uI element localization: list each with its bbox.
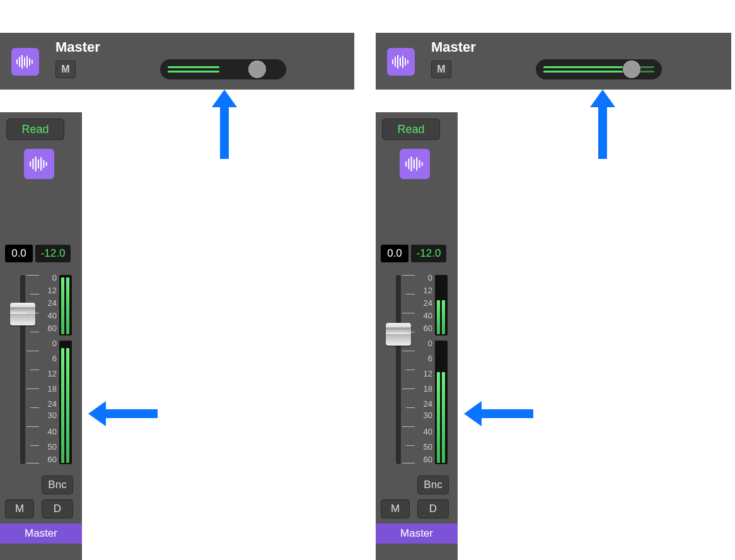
track-header-right: Master M bbox=[376, 33, 731, 90]
waveform-icon bbox=[24, 149, 54, 179]
volume-thumb[interactable] bbox=[623, 61, 640, 78]
volume-thumb[interactable] bbox=[248, 61, 266, 78]
gain-value[interactable]: 0.0 bbox=[5, 245, 33, 262]
annotation-arrow-left-right bbox=[464, 401, 533, 426]
peak-value[interactable]: -12.0 bbox=[411, 245, 446, 262]
bounce-button[interactable]: Bnc bbox=[42, 475, 73, 494]
level-meter-small: 0 12 24 40 60 bbox=[59, 275, 72, 335]
bounce-button[interactable]: Bnc bbox=[417, 475, 449, 494]
level-meter-large: 0 6 12 18 24 30 40 50 60 bbox=[435, 341, 448, 464]
waveform-icon bbox=[400, 149, 430, 179]
track-title: Master bbox=[55, 39, 100, 55]
level-meter-small: 0 12 24 40 60 bbox=[435, 275, 448, 335]
gain-value[interactable]: 0.0 bbox=[381, 245, 408, 262]
channel-name: Master bbox=[0, 523, 82, 544]
channel-name: Master bbox=[376, 523, 458, 544]
mute-button[interactable]: M bbox=[431, 61, 451, 78]
dim-button[interactable]: D bbox=[42, 499, 73, 518]
peak-value[interactable]: -12.0 bbox=[35, 245, 71, 262]
dim-button[interactable]: D bbox=[417, 499, 449, 518]
annotation-arrow-up-right bbox=[590, 90, 615, 159]
automation-mode-button[interactable]: Read bbox=[6, 119, 64, 140]
fader-scale bbox=[6, 275, 39, 464]
waveform-icon bbox=[11, 48, 39, 76]
track-header-left: Master M bbox=[0, 33, 354, 90]
fader-scale bbox=[382, 275, 415, 464]
channel-strip-left: Read 0.0 -12.0 bbox=[0, 112, 82, 560]
level-meter-large: 0 6 12 18 24 30 40 50 60 bbox=[59, 341, 72, 464]
waveform-icon bbox=[387, 48, 415, 76]
mute-button[interactable]: M bbox=[381, 499, 410, 518]
mute-button[interactable]: M bbox=[5, 499, 34, 518]
annotation-arrow-up-left bbox=[212, 90, 237, 159]
annotation-arrow-left-left bbox=[88, 401, 158, 426]
volume-slider[interactable] bbox=[160, 59, 286, 79]
mute-button[interactable]: M bbox=[55, 61, 76, 78]
channel-strip-right: Read 0.0 -12.0 0 bbox=[376, 112, 458, 560]
automation-mode-button[interactable]: Read bbox=[382, 119, 440, 140]
track-title: Master bbox=[431, 39, 476, 55]
volume-slider[interactable] bbox=[536, 59, 662, 79]
